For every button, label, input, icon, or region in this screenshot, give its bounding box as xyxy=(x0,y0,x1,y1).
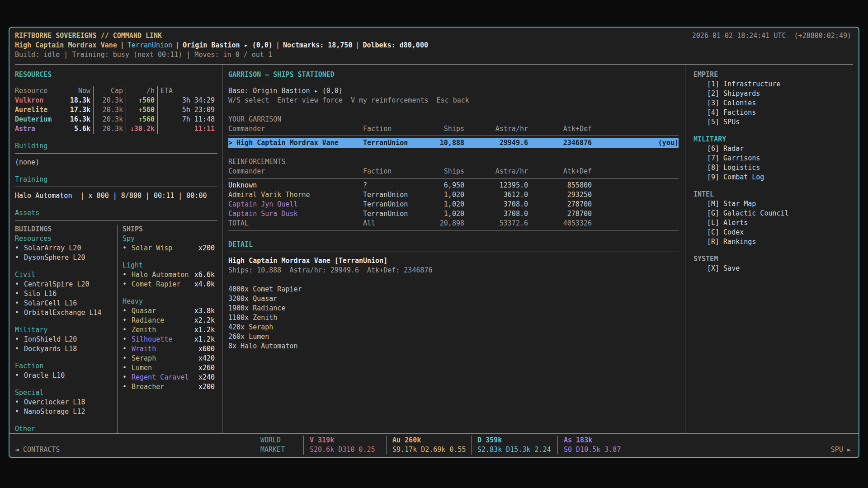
building-item-label: SolarCell L16 xyxy=(24,299,77,308)
ship-group: Heavy•Quasarx3.8k•Radiancex2.2k•Zenithx1… xyxy=(123,297,215,392)
resource-name: Vulkron xyxy=(15,96,68,105)
cell-commander: Unknown xyxy=(228,181,363,190)
ships-column: SHIPS Spy•Solar Wispx200Light•Halo Autom… xyxy=(123,225,217,433)
assets-title: Assets xyxy=(15,208,217,218)
reinforcement-row[interactable]: Unknown?6,95012395.0855800 xyxy=(228,181,679,190)
separator: | xyxy=(175,41,179,49)
menu-section-title: INTEL xyxy=(693,190,853,199)
menu-item-garrisons[interactable]: [7]Garrisons xyxy=(693,154,853,163)
building-group-title: Civil xyxy=(15,270,117,280)
rule xyxy=(228,82,679,82)
contracts-pager[interactable]: ◄ CONTRACTS xyxy=(15,445,260,455)
building-group-title: Military xyxy=(15,325,117,335)
resource-now: 16.3k xyxy=(68,115,94,124)
building-group-title: Other xyxy=(15,424,117,433)
menu-item-key: [3] xyxy=(707,99,719,107)
cell-astra: 3612.0 xyxy=(464,190,528,200)
bullet-icon: • xyxy=(15,335,24,344)
ship-item-name: Solar Wisp xyxy=(132,244,172,253)
menu-item-label: Colonies xyxy=(723,99,756,107)
menu-item-alerts[interactable]: [L]Alerts xyxy=(693,218,853,228)
cell-suffix xyxy=(592,181,679,190)
col-header-resource: Resource xyxy=(15,86,68,96)
cell-atkdef: 855800 xyxy=(528,181,592,190)
reinforcements-rows: Unknown?6,95012395.0855800Admiral Varik … xyxy=(228,181,679,228)
resource-eta: 11:11 xyxy=(158,124,217,134)
menu-item-radar[interactable]: [6]Radar xyxy=(693,144,853,154)
ship-item-name: Quasar xyxy=(132,306,156,316)
garrison-panel: GARRISON – SHIPS STATIONED Base: Origin … xyxy=(222,65,685,433)
menu-item-key: [4] xyxy=(707,108,719,117)
help-line: W/S select Enter view force V my reinfor… xyxy=(228,96,679,105)
ship-item: •Comet Rapierx4.0k xyxy=(123,280,215,289)
building-item-label: NanoStorage L12 xyxy=(24,407,85,417)
rule xyxy=(228,178,679,178)
cell-ships: 20,898 xyxy=(439,219,464,228)
spu-pager[interactable]: SPU ► xyxy=(831,445,851,455)
ship-item-count: x200 xyxy=(198,382,215,392)
menu-item-shipyards[interactable]: [2]Shipyards xyxy=(693,89,853,99)
menu-item-label: Logistics xyxy=(723,164,760,172)
training-title: Training xyxy=(15,175,217,184)
resource-rate: ↑560 xyxy=(126,115,158,124)
resource-cap: 20.3k xyxy=(94,124,126,134)
building-group-title: Special xyxy=(15,388,117,398)
ship-item-name: Wraith xyxy=(132,344,156,354)
menu-item-logistics[interactable]: [8]Logistics xyxy=(693,163,853,173)
garrison-table-header: Commander Faction Ships Astra/hr Atk+Def xyxy=(228,124,679,134)
rule xyxy=(228,230,679,230)
menu-section-military: MILITARY[6]Radar[7]Garrisons[8]Logistics… xyxy=(693,135,853,182)
ship-item-count: x1.2k xyxy=(194,335,215,344)
ship-item: •Wraithx600 xyxy=(123,344,215,354)
reinforcement-row[interactable]: Captain Sura DuskTerranUnion1,0203708.02… xyxy=(228,209,679,219)
cell-atkdef: 278700 xyxy=(528,209,592,219)
building-item: •SolarCell L16 xyxy=(15,299,117,308)
cell-commander: Admiral Varik Thorne xyxy=(228,190,363,200)
detail-composition-line: 1100x Zenith xyxy=(228,313,679,323)
menu-item-combat-log[interactable]: [9]Combat Log xyxy=(693,173,853,182)
garrison-row[interactable]: > High Captain Mordrax VaneTerranUnion10… xyxy=(228,138,679,148)
menu-item-factions[interactable]: [4]Factions xyxy=(693,108,853,117)
cell-faction: All xyxy=(363,219,439,228)
cell-ships: 10,888 xyxy=(439,138,464,148)
col-header-commander: Commander xyxy=(228,167,363,176)
menu-item-galactic-council[interactable]: [G]Galactic Council xyxy=(693,209,853,218)
header: RIFTBORNE SOVEREIGNS // COMMAND LINK 202… xyxy=(9,28,859,62)
menu-item-colonies[interactable]: [3]Colonies xyxy=(693,99,853,108)
resource-now: 5.6k xyxy=(68,124,94,134)
reinforcement-row[interactable]: Admiral Varik ThorneTerranUnion1,0203612… xyxy=(228,190,679,200)
menu-item-star-map[interactable]: [M]Star Map xyxy=(693,199,853,209)
cell-ships: 6,950 xyxy=(439,181,464,190)
ticker-total: As 183k xyxy=(564,436,657,445)
menu-item-save[interactable]: [X]Save xyxy=(693,264,853,273)
building-group-title: Faction xyxy=(15,361,117,371)
building-item: •IonShield L20 xyxy=(15,335,117,344)
bullet-icon: • xyxy=(123,270,132,280)
ship-item-count: x3.8k xyxy=(194,306,215,316)
col-header-now: Now xyxy=(68,86,94,96)
menu-item-codex[interactable]: [C]Codex xyxy=(693,228,853,237)
market-ticker: Au 260kS9.17k D2.69k 0.55 xyxy=(386,436,471,455)
bullet-icon: • xyxy=(15,280,24,289)
menu-item-label: Combat Log xyxy=(723,173,764,181)
status-line: Build: idle | Training: busy (next 00:11… xyxy=(15,50,851,60)
menu-item-infrastructure[interactable]: [1]Infrastructure xyxy=(693,80,853,89)
building-title: Building xyxy=(15,141,217,151)
ship-item: •Lumenx260 xyxy=(123,363,215,373)
menu-item-rankings[interactable]: [R]Rankings xyxy=(693,237,853,247)
building-item-label: Silo L16 xyxy=(24,289,57,299)
reinforcement-row[interactable]: Captain Jyn QuellTerranUnion1,0203708.02… xyxy=(228,200,679,209)
building-item: •OrbitalExchange L14 xyxy=(15,308,117,318)
menu-item-key: [5] xyxy=(707,118,719,126)
building-item-label: DysonSphere L20 xyxy=(24,253,85,263)
resources-title: RESOURCES xyxy=(15,70,217,80)
resource-now: 17.3k xyxy=(68,105,94,115)
ticker-detail: S9.17k D2.69k 0.55 xyxy=(392,445,471,455)
resource-eta: 7h 11:48 xyxy=(158,115,217,124)
ship-item: •Silhouettex1.2k xyxy=(123,335,215,344)
cell-atkdef: 4053326 xyxy=(528,219,592,228)
cell-commander: Captain Jyn Quell xyxy=(228,200,363,209)
col-header-cap: Cap xyxy=(94,86,126,96)
menu-item-spus[interactable]: [5]SPUs xyxy=(693,117,853,127)
building-item-label: CentralSpire L20 xyxy=(24,280,90,289)
